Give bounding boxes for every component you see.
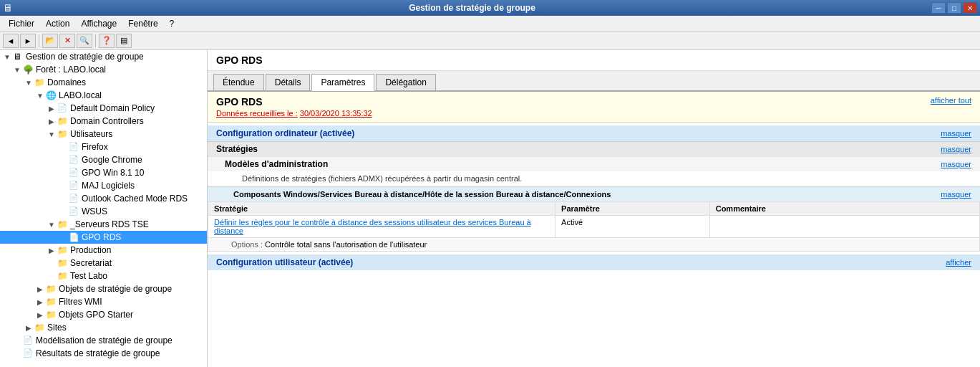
- toolbar: ◄ ► 📂 ✕ 🔍 ❓ ▤: [0, 32, 980, 50]
- modeles-bar: Modèles d'administration masquer: [208, 156, 980, 171]
- gpo-date: Données recueillies le : 30/03/2020 13:3…: [216, 109, 372, 118]
- title-bar-buttons: ─ □ ✕: [931, 2, 977, 14]
- maj-icon: 📄: [69, 181, 80, 191]
- tree-item-default[interactable]: ▶ 📄 Default Domain Policy: [0, 102, 207, 115]
- tree-item-wsus[interactable]: ▶ 📄 WSUS: [0, 205, 207, 218]
- folder-button[interactable]: 📂: [42, 34, 58, 48]
- expand-foret[interactable]: ▼: [11, 64, 23, 75]
- menu-affichage[interactable]: Affichage: [75, 17, 122, 30]
- tree-item-objetsgpo[interactable]: ▶ 📁 Objets GPO Starter: [0, 308, 207, 321]
- composants-hide-link[interactable]: masquer: [941, 190, 971, 199]
- tree-item-resultats[interactable]: ▶ 📄 Résultats de stratégie de groupe: [0, 347, 207, 360]
- strategies-bar: Stratégies masquer: [208, 141, 980, 156]
- composants-bar: Composants Windows/Services Bureau à dis…: [208, 186, 980, 201]
- tab-parametres[interactable]: Paramètres: [311, 74, 374, 91]
- objets-icon: 📁: [46, 284, 57, 294]
- tree-label-dc: Domain Controllers: [70, 116, 144, 126]
- expand-sites[interactable]: ▶: [23, 322, 34, 333]
- back-button[interactable]: ◄: [3, 34, 19, 48]
- tree-label-testlabo: Test Labo: [70, 271, 107, 281]
- tree-item-servrds[interactable]: ▼ 📁 _Serveurs RDS TSE: [0, 218, 207, 231]
- table-row: Définir les règles pour le contrôle à di…: [208, 216, 980, 238]
- cell-strategie: Définir les règles pour le contrôle à di…: [208, 216, 556, 238]
- tree-item-outlook[interactable]: ▶ 📄 Outlook Cached Mode RDS: [0, 192, 207, 205]
- tree-item-secret[interactable]: ▶ 📁 Secretariat: [0, 257, 207, 270]
- config-user-show-link[interactable]: afficher: [946, 258, 971, 267]
- tree-item-dc[interactable]: ▶ 📁 Domain Controllers: [0, 115, 207, 128]
- close-button[interactable]: ✕: [963, 2, 977, 14]
- col-commentaire: Commentaire: [709, 202, 979, 216]
- menu-fenetre[interactable]: Fenêtre: [122, 17, 163, 30]
- tree-label-labo: LABO.local: [59, 90, 102, 100]
- title-bar: 🖥 Gestion de stratégie de groupe ─ □ ✕: [0, 0, 980, 16]
- tree-label-foret: Forêt : LABO.local: [36, 65, 106, 75]
- menu-bar: Fichier Action Affichage Fenêtre ?: [0, 16, 980, 32]
- tree-item-users[interactable]: ▼ 📁 Utilisateurs: [0, 128, 207, 140]
- expand-root[interactable]: ▼: [1, 51, 13, 62]
- delete-button[interactable]: ✕: [59, 34, 75, 48]
- options-value: Contrôle total sans l'autorisation de l'…: [265, 240, 427, 249]
- date-value: 30/03/2020 13:35:32: [300, 109, 372, 118]
- list-button[interactable]: ▤: [116, 34, 132, 48]
- expand-objetsgpo[interactable]: ▶: [34, 309, 46, 320]
- tab-delegation[interactable]: Délégation: [376, 74, 435, 90]
- expand-filtreswmi[interactable]: ▶: [34, 296, 46, 308]
- menu-action[interactable]: Action: [40, 17, 75, 30]
- tree-item-root[interactable]: ▼ 🖥 Gestion de stratégie de groupe: [0, 50, 207, 63]
- menu-fichier[interactable]: Fichier: [3, 17, 40, 30]
- expand-default[interactable]: ▶: [46, 103, 57, 114]
- tree-label-objetsgpo: Objets GPO Starter: [59, 310, 133, 320]
- default-icon: 📄: [57, 103, 69, 113]
- tree-item-labo[interactable]: ▼ 🌐 LABO.local: [0, 89, 207, 102]
- policy-link[interactable]: Définir les règles pour le contrôle à di…: [214, 218, 531, 235]
- tree-item-gpowin[interactable]: ▶ 📄 GPO Win 8.1 10: [0, 166, 207, 179]
- expand-objets[interactable]: ▶: [34, 283, 46, 295]
- expand-labo[interactable]: ▼: [34, 90, 46, 101]
- tree-item-chrome[interactable]: ▶ 📄 Google Chrome: [0, 153, 207, 166]
- tree-item-testlabo[interactable]: ▶ 📁 Test Labo: [0, 270, 207, 282]
- expand-domaines[interactable]: ▼: [23, 77, 34, 88]
- menu-help[interactable]: ?: [164, 17, 180, 30]
- tree-item-domaines[interactable]: ▼ 📁 Domaines: [0, 76, 207, 89]
- tree-item-firefox[interactable]: ▶ 📄 Firefox: [0, 140, 207, 153]
- tree-item-filtreswmi[interactable]: ▶ 📁 Filtres WMI: [0, 295, 207, 308]
- help-button[interactable]: ❓: [99, 34, 115, 48]
- toolbar-separator-2: [95, 34, 96, 47]
- forward-button[interactable]: ►: [20, 34, 36, 48]
- gpo-header-section: GPO RDS Données recueillies le : 30/03/2…: [208, 92, 980, 123]
- firefox-icon: 📄: [69, 142, 80, 152]
- maximize-button[interactable]: □: [947, 2, 961, 14]
- sites-icon: 📁: [34, 323, 46, 333]
- prod-icon: 📁: [57, 245, 69, 255]
- tree-item-foret[interactable]: ▼ 🌳 Forêt : LABO.local: [0, 63, 207, 76]
- tree-item-maj[interactable]: ▶ 📄 MAJ Logiciels: [0, 179, 207, 192]
- tree-item-gpords[interactable]: ▶ 📄 GPO RDS: [0, 231, 207, 244]
- tree-item-prod[interactable]: ▶ 📁 Production: [0, 244, 207, 257]
- modeles-hide-link[interactable]: masquer: [941, 160, 971, 168]
- right-panel: GPO RDS Étendue Détails Paramètres Délég…: [208, 50, 980, 367]
- expand-servrds[interactable]: ▼: [46, 219, 57, 230]
- col-parametre: Paramètre: [556, 202, 710, 216]
- expand-prod[interactable]: ▶: [46, 244, 57, 256]
- tree-label-gpords: GPO RDS: [82, 232, 121, 242]
- tab-etendue[interactable]: Étendue: [213, 74, 264, 90]
- minimize-button[interactable]: ─: [931, 2, 946, 14]
- outlook-icon: 📄: [69, 194, 80, 204]
- tree-item-sites[interactable]: ▶ 📁 Sites: [0, 321, 207, 334]
- strategies-hide-link[interactable]: masquer: [941, 145, 971, 153]
- filtreswmi-icon: 📁: [46, 297, 57, 307]
- tree-item-objets[interactable]: ▶ 📁 Objets de stratégie de groupe: [0, 282, 207, 295]
- dc-icon: 📁: [57, 116, 69, 126]
- tree-label-firefox: Firefox: [82, 142, 108, 152]
- expand-users[interactable]: ▼: [46, 128, 57, 140]
- title-bar-title: Gestion de stratégie de groupe: [13, 3, 931, 13]
- tree-label-modelisation: Modélisation de stratégie de groupe: [36, 335, 173, 345]
- expand-dc[interactable]: ▶: [46, 115, 57, 127]
- show-all-link[interactable]: afficher tout: [931, 96, 971, 105]
- config-ordi-hide-link[interactable]: masquer: [941, 129, 971, 138]
- tab-details[interactable]: Détails: [266, 74, 311, 90]
- config-user-header: Configuration utilisateur (activée) affi…: [208, 254, 980, 270]
- tree-item-modelisation[interactable]: ▶ 📄 Modélisation de stratégie de groupe: [0, 334, 207, 347]
- search-button[interactable]: 🔍: [77, 34, 92, 48]
- tree-label-filtreswmi: Filtres WMI: [59, 297, 102, 307]
